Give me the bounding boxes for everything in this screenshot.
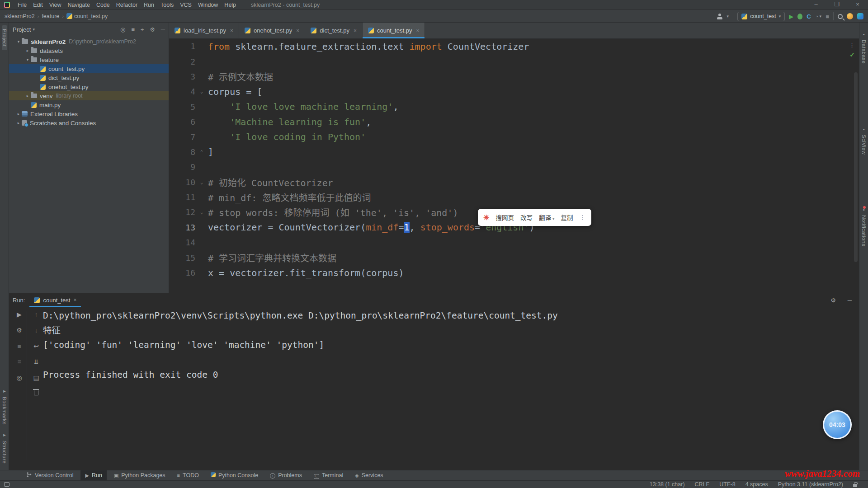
- user-profile-icon[interactable]: [717, 13, 723, 19]
- menu-item-window[interactable]: Window: [195, 0, 221, 10]
- breadcrumb-item[interactable]: sklearnPro2: [5, 13, 35, 19]
- tree-chevron-icon[interactable]: ▾: [15, 39, 22, 44]
- close-icon[interactable]: ×: [73, 297, 76, 303]
- tree-chevron-icon[interactable]: ▸: [24, 48, 31, 53]
- tree-item-external-libraries[interactable]: ▸External Libraries: [9, 109, 169, 118]
- toolwindow-button-todo[interactable]: ≡TODO: [173, 470, 203, 481]
- more-options-icon[interactable]: ⋮: [849, 42, 855, 48]
- stripe-button-database[interactable]: ▪Database: [859, 32, 868, 66]
- stripe-button-notifications[interactable]: ▪Notifications: [859, 207, 868, 249]
- restore-button[interactable]: ❒: [826, 0, 847, 10]
- menu-item-refactor[interactable]: Refactor: [113, 0, 141, 10]
- user-dropdown-arrow-icon[interactable]: ▾: [727, 14, 729, 19]
- stripe-button-bookmarks[interactable]: ▸Bookmarks: [2, 388, 7, 427]
- tree-item-onehot-test-py[interactable]: onehot_test.py: [9, 82, 169, 91]
- menu-item-code[interactable]: Code: [93, 0, 113, 10]
- fold-marker-icon[interactable]: ⌄: [195, 209, 208, 215]
- tree-chevron-icon[interactable]: ▸: [15, 112, 22, 116]
- popup-action-搜网页[interactable]: 搜网页: [495, 213, 514, 222]
- coverage-button[interactable]: C: [807, 13, 811, 20]
- debug-button[interactable]: [797, 14, 802, 19]
- breadcrumb-item[interactable]: feature: [42, 13, 59, 19]
- editor-tab-dict_test-py[interactable]: dict_test.py×: [305, 23, 363, 38]
- run-button[interactable]: ▶: [789, 14, 793, 19]
- editor-tab-load_iris_test-py[interactable]: load_iris_test.py×: [169, 23, 239, 38]
- pin-tab-icon[interactable]: ◎: [16, 375, 22, 381]
- stripe-button-project[interactable]: Project: [2, 25, 7, 50]
- search-everywhere-icon[interactable]: [838, 14, 843, 19]
- close-icon[interactable]: ×: [354, 28, 357, 34]
- gear-icon[interactable]: ⚙: [830, 297, 836, 304]
- menu-item-vcs[interactable]: VCS: [177, 0, 195, 10]
- popup-action-翻译[interactable]: 翻译▾: [539, 213, 555, 222]
- fold-marker-icon[interactable]: ⌄: [195, 179, 208, 185]
- editor-tab-onehot_test-py[interactable]: onehot_test.py×: [239, 23, 305, 38]
- popup-action-复制[interactable]: 复制: [561, 213, 573, 222]
- stop-button[interactable]: ■: [826, 14, 829, 19]
- code-editor[interactable]: 1from sklearn.feature_extraction.text im…: [169, 39, 859, 293]
- fold-marker-icon[interactable]: ⌄: [195, 89, 208, 94]
- plugin-teal-icon[interactable]: [857, 13, 863, 19]
- run-tab[interactable]: count_test ×: [29, 293, 81, 307]
- status-widget[interactable]: Python 3.11 (sklearnPro2): [778, 481, 843, 488]
- up-stacktrace-icon[interactable]: ↑: [35, 311, 38, 318]
- stripe-button-sciview[interactable]: ▪SciView: [859, 127, 868, 157]
- tree-item-venv[interactable]: ▸venvlibrary root: [9, 91, 169, 100]
- tool-window-layout-icon[interactable]: [4, 482, 9, 487]
- tree-item-count-test-py[interactable]: count_test.py: [9, 64, 169, 73]
- editor-scrollbar[interactable]: [854, 72, 858, 262]
- recording-timer-badge[interactable]: 04:03: [823, 410, 852, 439]
- toolwindow-button-problems[interactable]: !Problems: [265, 470, 307, 481]
- dump-threads-icon[interactable]: ≡: [17, 359, 21, 365]
- toolwindow-button-python-console[interactable]: Python Console: [206, 470, 263, 481]
- plugin-orange-icon[interactable]: [847, 13, 853, 19]
- menu-item-help[interactable]: Help: [221, 0, 239, 10]
- close-icon[interactable]: ×: [416, 28, 419, 34]
- close-icon[interactable]: ×: [296, 28, 299, 34]
- run-configuration-select[interactable]: count_test ▾: [737, 12, 785, 21]
- popup-action-改写[interactable]: 改写: [520, 213, 533, 222]
- menu-item-view[interactable]: View: [46, 0, 65, 10]
- stop-button[interactable]: ■: [17, 343, 21, 349]
- breadcrumb-item[interactable]: count_test.py: [74, 13, 108, 19]
- minimize-button[interactable]: –: [806, 0, 826, 10]
- close-button[interactable]: ×: [847, 0, 868, 10]
- menu-item-file[interactable]: File: [14, 0, 30, 10]
- expand-all-icon[interactable]: ≡: [131, 26, 135, 33]
- rerun-button[interactable]: ▶: [17, 311, 22, 318]
- edit-configuration-icon[interactable]: ⚙: [16, 327, 22, 333]
- tree-item-feature[interactable]: ▾feature: [9, 55, 169, 64]
- menu-item-edit[interactable]: Edit: [30, 0, 46, 10]
- toolwindow-button-terminal[interactable]: ›_Terminal: [309, 470, 348, 481]
- toolwindow-button-services[interactable]: ◈Services: [350, 470, 387, 481]
- menu-item-run[interactable]: Run: [141, 0, 157, 10]
- collapse-all-icon[interactable]: ÷: [141, 26, 144, 33]
- tree-item-sklearnpro2[interactable]: ▾sklearnPro2D:\python_pro\sklearnPro2: [9, 37, 169, 46]
- tree-item-main-py[interactable]: main.py: [9, 100, 169, 109]
- status-widget[interactable]: 13:38 (1 char): [650, 481, 685, 488]
- profiler-button[interactable]: ◔ ▾: [815, 14, 821, 19]
- locate-file-icon[interactable]: ◎: [120, 26, 125, 33]
- toolwindow-button-version-control[interactable]: Version Control: [22, 470, 78, 481]
- lock-icon[interactable]: [853, 484, 857, 487]
- status-widget[interactable]: UTF-8: [719, 481, 735, 488]
- print-console-icon[interactable]: ▤: [33, 375, 39, 381]
- run-console-output[interactable]: D:\python_pro\sklearnPro2\venv\Scripts\p…: [43, 309, 850, 466]
- gear-icon[interactable]: ⚙: [150, 26, 155, 33]
- down-stacktrace-icon[interactable]: ↓: [35, 327, 38, 333]
- editor-tab-count_test-py[interactable]: count_test.py×: [363, 23, 425, 38]
- tree-item-dict-test-py[interactable]: dict_test.py: [9, 73, 169, 82]
- tree-chevron-icon[interactable]: ▸: [15, 121, 22, 125]
- fold-marker-icon[interactable]: ⌃: [195, 149, 208, 155]
- tree-chevron-icon[interactable]: ▾: [24, 57, 31, 62]
- tree-item-scratches-and-consoles[interactable]: ▸Scratches and Consoles: [9, 118, 169, 127]
- menu-item-tools[interactable]: Tools: [157, 0, 177, 10]
- chevron-down-icon[interactable]: ▾: [33, 27, 35, 32]
- minimize-panel-icon[interactable]: ─: [848, 297, 852, 304]
- toolwindow-button-python-packages[interactable]: ▣Python Packages: [109, 470, 170, 481]
- clear-all-icon[interactable]: [34, 390, 38, 395]
- tree-item-datasets[interactable]: ▸datasets: [9, 46, 169, 55]
- popup-more-icon[interactable]: ⋮: [579, 214, 586, 221]
- close-icon[interactable]: ×: [230, 28, 233, 34]
- scroll-to-end-icon[interactable]: ⇊: [33, 359, 39, 365]
